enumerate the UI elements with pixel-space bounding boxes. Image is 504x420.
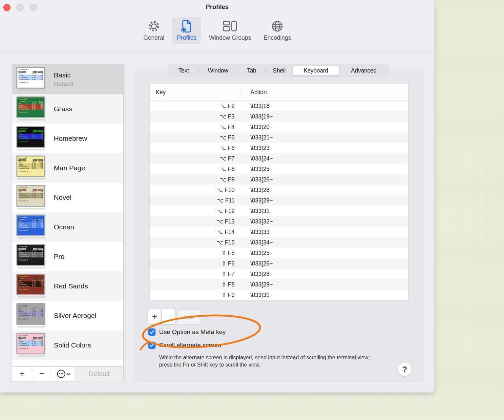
checkmark-icon <box>150 343 154 347</box>
table-row[interactable]: ⇧ F5\033[25~ <box>150 248 408 258</box>
key-bindings-table: Key Action ⌥ F2\033[18~ ⌥ F3\033[19~ ⌥ F… <box>149 84 409 300</box>
terminal-preview: Terminal#COMMAND%CPURPRVTtop4.1%231KXcod… <box>17 157 44 176</box>
table-row[interactable]: ⌥ F5\033[21~ <box>150 132 408 143</box>
window-tiles-icon <box>222 19 238 33</box>
profile-row-ocean[interactable]: Terminal#COMMAND%CPURPRVTtop4.1%231KXcod… <box>12 212 123 242</box>
help-button[interactable]: ? <box>398 363 411 376</box>
table-row[interactable]: ⌥ F7\033[24~ <box>150 153 408 164</box>
profile-thumbnail: Terminal#COMMAND%CPURPRVTtop4.1%231KXcod… <box>16 67 47 92</box>
terminal-preview: Terminal#COMMAND%CPURPRVTtop4.1%231KXcod… <box>17 68 44 88</box>
tab-tab[interactable]: Tab <box>238 65 265 76</box>
checkbox-checked[interactable] <box>148 342 156 349</box>
preferences-window: Profiles General <box>0 0 434 392</box>
use-option-as-meta-checkbox-row[interactable]: Use Option as Meta key <box>148 327 226 337</box>
terminal-preview: Terminal#COMMAND%CPURPRVTtop4.1%231KXcod… <box>17 186 44 206</box>
tab-window[interactable]: Window <box>199 65 238 76</box>
profile-row-novel[interactable]: Terminal#COMMAND%CPURPRVTtop4.1%231KXcod… <box>12 183 123 212</box>
toolbar-item-window-groups[interactable]: Window Groups <box>204 17 256 44</box>
remove-key-binding-button[interactable]: − <box>162 309 176 325</box>
scroll-alternate-screen-checkbox-row[interactable]: Scroll alternate screen <box>148 341 221 350</box>
thumbnail-reflection <box>18 119 45 122</box>
terminal-preview: Terminal#COMMAND%CPURPRVTtop4.1%231KXcod… <box>17 304 44 324</box>
toolbar: General Profiles <box>0 17 434 44</box>
terminal-preview: Terminal#COMMAND%CPURPRVTtop4.1%231KXcod… <box>17 245 44 265</box>
table-row[interactable]: ⌥ F14\033[33~ <box>150 227 408 237</box>
add-profile-button[interactable]: + <box>12 367 32 381</box>
document-with-gear-icon <box>180 19 193 33</box>
profile-row-solid-colors[interactable]: Terminal#COMMAND%CPURPRVTtop4.1%231KXcod… <box>12 330 123 360</box>
set-default-button[interactable]: Default <box>75 367 123 381</box>
table-row[interactable]: ⇧ F8\033[29~ <box>150 279 408 290</box>
thumbnail-reflection <box>18 267 45 269</box>
globe-icon <box>271 19 284 33</box>
chevron-down-icon <box>66 371 71 375</box>
titlebar: Profiles General <box>0 0 434 51</box>
sidebar-footer: + − Default <box>12 366 123 381</box>
table-row[interactable]: ⌥ F3\033[19~ <box>150 111 408 122</box>
profile-thumbnail: Terminal#COMMAND%CPURPRVTtop4.1%231KXcod… <box>16 96 47 122</box>
add-key-binding-button[interactable]: + <box>148 309 162 325</box>
terminal-preview: Terminal#COMMAND%CPURPRVTtop4.1%231KXcod… <box>17 334 44 353</box>
table-body: ⌥ F2\033[18~ ⌥ F3\033[19~ ⌥ F4\033[20~ ⌥… <box>150 101 408 300</box>
checkmark-icon <box>150 330 154 334</box>
checkbox-label: Scroll alternate screen <box>159 342 221 349</box>
tab-keyboard[interactable]: Keyboard <box>293 66 339 75</box>
profile-actions-menu-button[interactable] <box>52 367 75 381</box>
thumbnail-reflection <box>18 208 45 210</box>
thumbnail-reflection <box>18 237 45 240</box>
edit-key-binding-button[interactable]: Edit <box>177 309 200 325</box>
table-row[interactable]: ⌥ F4\033[20~ <box>150 122 408 132</box>
profile-thumbnail: Terminal#COMMAND%CPURPRVTtop4.1%231KXcod… <box>16 333 47 358</box>
profile-row-grass[interactable]: Terminal#COMMAND%CPURPRVTtop4.1%231KXcod… <box>12 94 123 124</box>
checkbox-checked[interactable] <box>148 328 156 336</box>
profile-row-silver-aerogel[interactable]: Terminal#COMMAND%CPURPRVTtop4.1%231KXcod… <box>12 301 123 330</box>
thumbnail-reflection <box>18 178 45 181</box>
table-row[interactable]: ⌥ F15\033[34~ <box>150 237 408 248</box>
tab-shell[interactable]: Shell <box>265 65 293 76</box>
table-row[interactable]: ⌥ F11\033[29~ <box>150 195 408 206</box>
profile-thumbnail: Terminal#COMMAND%CPURPRVTtop4.1%231KXcod… <box>16 274 47 299</box>
thumbnail-reflection <box>18 90 45 92</box>
profile-row-pro[interactable]: Terminal#COMMAND%CPURPRVTtop4.1%231KXcod… <box>12 242 123 271</box>
toolbar-item-encodings[interactable]: Encodings <box>259 17 296 44</box>
profiles-sidebar: Terminal#COMMAND%CPURPRVTtop4.1%231KXcod… <box>12 64 124 381</box>
profile-tabs: Text Window Tab Shell Keyboard Advanced <box>169 65 389 76</box>
profile-row-red-sands[interactable]: Terminal#COMMAND%CPURPRVTtop4.1%231KXcod… <box>12 271 123 301</box>
table-row[interactable]: ⌥ F10\033[28~ <box>150 185 408 195</box>
table-row[interactable]: ⌥ F12\033[31~ <box>150 206 408 216</box>
profile-thumbnail: Terminal#COMMAND%CPURPRVTtop4.1%231KXcod… <box>16 185 47 210</box>
profile-row-man-page[interactable]: Terminal#COMMAND%CPURPRVTtop4.1%231KXcod… <box>12 153 123 183</box>
tab-advanced[interactable]: Advanced <box>339 65 389 76</box>
profile-row-basic[interactable]: Terminal#COMMAND%CPURPRVTtop4.1%231KXcod… <box>12 65 123 94</box>
table-row[interactable]: ⌥ F8\033[25~ <box>150 164 408 174</box>
profile-thumbnail: Terminal#COMMAND%CPURPRVTtop4.1%231KXcod… <box>16 215 47 240</box>
checkbox-label: Use Option as Meta key <box>159 328 226 336</box>
ellipsis-circle-icon <box>57 370 65 378</box>
terminal-preview: Terminal#COMMAND%CPURPRVTtop4.1%231KXcod… <box>17 275 44 294</box>
toolbar-item-general[interactable]: General <box>139 17 169 44</box>
thumbnail-reflection <box>18 296 45 299</box>
profile-list: Terminal#COMMAND%CPURPRVTtop4.1%231KXcod… <box>12 65 123 367</box>
table-row[interactable]: ⇧ F7\033[28~ <box>150 269 408 279</box>
profile-row-homebrew[interactable]: Terminal#COMMAND%CPURPRVTtop4.1%231KXcod… <box>12 124 123 153</box>
table-row[interactable]: ⌥ F13\033[32~ <box>150 216 408 227</box>
table-row[interactable]: ⇧ F9\033[31~ <box>150 290 408 300</box>
toolbar-item-profiles[interactable]: Profiles <box>172 17 201 44</box>
table-row[interactable]: ⌥ F2\033[18~ <box>150 101 408 111</box>
table-row[interactable]: ⇧ F6\033[26~ <box>150 258 408 269</box>
thumbnail-reflection <box>18 355 45 358</box>
profile-thumbnail: Terminal#COMMAND%CPURPRVTtop4.1%231KXcod… <box>16 303 47 328</box>
terminal-preview: Terminal#COMMAND%CPURPRVTtop4.1%231KXcod… <box>17 127 44 147</box>
remove-profile-button[interactable]: − <box>32 367 52 381</box>
key-binding-editor-buttons: + − Edit <box>148 309 200 325</box>
column-divider[interactable] <box>241 88 242 97</box>
scroll-alternate-description: While the alternate screen is displayed,… <box>159 354 378 368</box>
table-row[interactable]: ⌥ F9\033[26~ <box>150 174 408 185</box>
profile-thumbnail: Terminal#COMMAND%CPURPRVTtop4.1%231KXcod… <box>16 244 47 269</box>
profile-thumbnail: Terminal#COMMAND%CPURPRVTtop4.1%231KXcod… <box>16 156 47 181</box>
thumbnail-reflection <box>18 149 45 151</box>
gear-icon <box>147 19 160 33</box>
table-row[interactable]: ⌥ F6\033[23~ <box>150 143 408 153</box>
tab-text[interactable]: Text <box>169 65 199 76</box>
column-header-action: Action <box>241 89 267 96</box>
